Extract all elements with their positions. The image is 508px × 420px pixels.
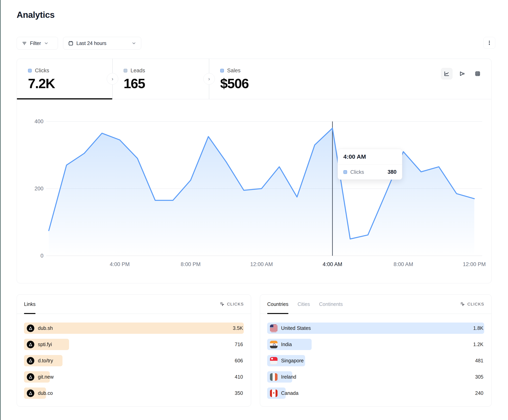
list-item-value: 350 — [235, 388, 243, 399]
tab-links[interactable]: Links — [24, 295, 36, 314]
y-axis-tick: 400 — [35, 118, 44, 124]
clicks-legend-swatch — [28, 69, 32, 72]
clicks-timeseries-chart[interactable]: 02004004:00 PM8:00 PM12:00 AM4:00 AM8:00… — [17, 99, 491, 283]
list-item-label: git.new — [38, 374, 53, 380]
tooltip-series-label: Clicks — [350, 169, 364, 175]
clicks-value: 7.2K — [28, 76, 112, 91]
list-item[interactable]: Canada240 — [267, 388, 484, 399]
x-axis-tick: 12:00 AM — [250, 261, 273, 267]
filter-button[interactable]: Filter — [17, 37, 58, 50]
list-item[interactable]: spti.fyi716 — [24, 339, 244, 350]
links-panel: Links CLICKS dub.sh3.5Kspti.fyi716d.to/t… — [17, 294, 251, 406]
us-flag-icon — [270, 325, 277, 332]
line-chart-view-button[interactable] — [441, 68, 452, 80]
tab-sales[interactable]: Sales $506 — [209, 59, 328, 99]
cursor-click-icon — [460, 302, 465, 307]
more-options-button[interactable] — [483, 37, 495, 49]
x-axis-tick: 12:00 PM — [463, 261, 486, 267]
list-item[interactable]: git.new410 — [24, 371, 244, 383]
tab-leads[interactable]: Leads 165 — [112, 59, 209, 99]
ie-flag-icon — [270, 373, 277, 381]
tab-countries[interactable]: Countries — [267, 295, 288, 314]
filter-button-label: Filter — [30, 40, 41, 46]
dub-logo-avatar — [27, 373, 34, 381]
chart-tooltip: 4:00 AM Clicks 380 — [338, 149, 402, 180]
sales-value: $506 — [220, 76, 328, 91]
tooltip-time: 4:00 AM — [338, 149, 402, 165]
list-item[interactable]: dub.sh3.5K — [24, 323, 244, 334]
calendar-icon — [68, 40, 74, 46]
countries-metric-header[interactable]: CLICKS — [460, 302, 484, 307]
y-axis-tick: 0 — [40, 253, 44, 259]
funnel-icon — [459, 71, 465, 77]
list-item-label: United States — [281, 325, 311, 331]
list-item[interactable]: Singapore481 — [267, 355, 484, 366]
chevron-down-icon — [44, 41, 49, 46]
tab-continents[interactable]: Continents — [319, 295, 343, 314]
line-chart-icon — [444, 71, 450, 77]
list-item[interactable]: United States1.8K — [267, 323, 484, 334]
list-item-label: spti.fyi — [38, 341, 52, 347]
dub-logo-avatar — [27, 341, 34, 348]
list-item-label: Singapore — [281, 358, 304, 363]
date-range-label: Last 24 hours — [76, 40, 106, 46]
table-view-button[interactable] — [472, 68, 483, 80]
list-item[interactable]: d.to/try606 — [24, 355, 244, 366]
list-item-value: 410 — [235, 371, 243, 383]
in-flag-icon — [270, 341, 277, 348]
list-item-value: 3.5K — [233, 323, 243, 334]
list-item-value: 305 — [475, 371, 483, 383]
links-metric-label: CLICKS — [227, 302, 244, 306]
x-axis-tick: 4:00 PM — [110, 261, 130, 267]
area-chart-svg: 02004004:00 PM8:00 PM12:00 AM4:00 AM8:00… — [17, 99, 491, 283]
dub-logo-avatar — [27, 325, 34, 332]
expand-clicks-button[interactable]: › — [107, 73, 118, 85]
countries-metric-label: CLICKS — [467, 302, 484, 306]
page-title: Analytics — [17, 10, 54, 20]
cursor-click-icon — [220, 302, 225, 307]
list-item[interactable]: Ireland305 — [267, 371, 484, 383]
dub-logo-avatar — [27, 390, 34, 397]
tab-cities[interactable]: Cities — [298, 295, 310, 314]
countries-panel: Countries Cities Continents CLICKS Unite… — [260, 294, 492, 406]
filter-lines-icon — [22, 40, 27, 46]
window-edge-strip — [0, 0, 0, 420]
list-item-value: 716 — [235, 339, 243, 350]
tooltip-legend-swatch — [343, 170, 347, 174]
links-metric-header[interactable]: CLICKS — [220, 302, 244, 307]
sales-label: Sales — [227, 68, 241, 74]
x-axis-tick: 8:00 AM — [394, 261, 413, 267]
list-item-label: dub.co — [38, 390, 53, 396]
tooltip-value: 380 — [388, 169, 396, 175]
list-item-label: India — [281, 341, 292, 347]
chart-view-toggles — [441, 68, 483, 80]
table-grid-icon — [475, 71, 481, 77]
list-item-value: 240 — [475, 388, 483, 399]
leads-value: 165 — [124, 76, 209, 91]
y-axis-tick: 200 — [35, 186, 44, 192]
sales-legend-swatch — [220, 69, 224, 72]
list-item-label: Ireland — [281, 374, 296, 380]
stats-tab-row: Clicks 7.2K › Leads 165 › Sales $506 — [17, 59, 491, 99]
list-item-value: 1.8K — [473, 323, 483, 334]
list-item[interactable]: dub.co350 — [24, 388, 244, 399]
clicks-label: Clicks — [35, 68, 49, 74]
kebab-menu-icon — [486, 40, 492, 46]
list-item-label: dub.sh — [38, 325, 53, 331]
list-item-label: Canada — [281, 390, 299, 396]
list-item-value: 606 — [235, 355, 243, 366]
list-item[interactable]: India1.2K — [267, 339, 484, 350]
analytics-card: Clicks 7.2K › Leads 165 › Sales $506 — [17, 59, 492, 283]
expand-leads-button[interactable]: › — [203, 73, 215, 85]
funnel-view-button[interactable] — [456, 68, 468, 80]
date-range-button[interactable]: Last 24 hours — [63, 37, 141, 50]
ca-flag-icon — [270, 390, 277, 397]
sg-flag-icon — [270, 357, 277, 364]
leads-label: Leads — [131, 68, 145, 74]
leads-legend-swatch — [124, 69, 127, 72]
tab-clicks[interactable]: Clicks 7.2K — [17, 59, 112, 99]
x-axis-tick: 4:00 AM — [322, 261, 342, 267]
dub-logo-avatar — [27, 357, 34, 364]
x-axis-tick: 8:00 PM — [181, 261, 201, 267]
list-item-value: 481 — [475, 355, 483, 366]
